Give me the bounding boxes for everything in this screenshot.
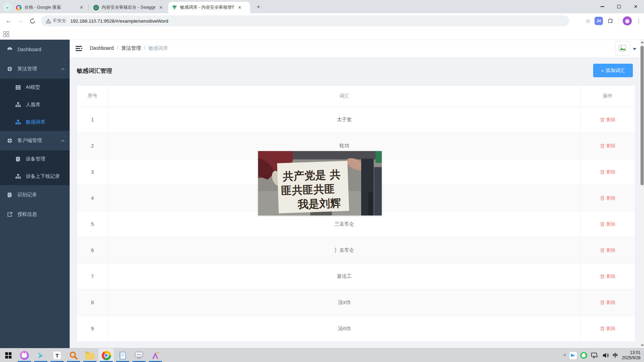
jh-extension-icon[interactable]: JH: [595, 17, 603, 25]
extensions-puzzle-icon[interactable]: [607, 17, 614, 25]
delete-button[interactable]: 删除: [600, 299, 615, 306]
taskbar-app-cat[interactable]: [17, 348, 32, 362]
security-label: 不安全: [53, 18, 66, 24]
scroll-down-arrow[interactable]: [640, 343, 644, 348]
delete-button[interactable]: 删除: [600, 221, 615, 227]
browser-tab-2[interactable]: 内容安全审核后台 - Swagger U ✕: [90, 2, 167, 13]
sidebar-item-license[interactable]: 授权信息: [0, 205, 70, 224]
taskbar-app-explorer[interactable]: [82, 348, 98, 362]
delete-button[interactable]: 删除: [600, 273, 615, 280]
sidebar-item-dashboard[interactable]: Dashboard: [0, 40, 70, 59]
chevron-up-icon: [61, 68, 65, 70]
page-scrollbar[interactable]: [640, 40, 644, 348]
user-avatar-broken-image[interactable]: [615, 41, 630, 56]
minimize-button[interactable]: [594, 0, 611, 13]
taskbar-app-chrome-active[interactable]: [99, 348, 114, 362]
sidebar-label: 敏感词库: [26, 119, 45, 125]
row-actions: 删除: [581, 211, 635, 237]
tab-close-icon[interactable]: ✕: [158, 5, 164, 10]
sidebar-label: 算法管理: [17, 66, 37, 72]
profile-avatar[interactable]: [623, 16, 632, 25]
sidebar-toggle-icon[interactable]: [75, 45, 83, 52]
address-bar[interactable]: 不安全 192.168.110.71:9528/#/example/sensit…: [41, 15, 569, 26]
browser-tab-3-active[interactable]: 敏感词库 - 内容安全审核管理系 ✕: [168, 2, 250, 13]
taskbar-app-search[interactable]: [66, 348, 81, 362]
delete-button[interactable]: 删除: [600, 117, 615, 123]
delete-button[interactable]: 删除: [600, 325, 615, 332]
taskbar-app-t[interactable]: T: [49, 348, 65, 362]
sidebar-item-face-lib[interactable]: 人脸库: [0, 96, 70, 113]
taskbar-clock[interactable]: 13:01 2025/9/28: [620, 350, 644, 361]
tab-divider: [88, 4, 89, 10]
tab-close-icon[interactable]: ✕: [237, 5, 242, 10]
tab-search-button[interactable]: ⌄: [3, 2, 12, 11]
sidebar-item-device-mgmt[interactable]: 设备管理: [0, 150, 70, 168]
browser-tab-1[interactable]: 台独 - Google 搜索 ✕: [13, 2, 88, 13]
ime-indicator[interactable]: 中: [611, 348, 620, 362]
apps-grid-icon[interactable]: [3, 31, 9, 37]
breadcrumb-dashboard[interactable]: Dashboard: [90, 45, 114, 52]
bookmark-star-icon[interactable]: ☆: [585, 18, 590, 24]
row-index: 5: [77, 211, 108, 237]
telegram-tray-icon[interactable]: [568, 348, 579, 362]
back-button[interactable]: ←: [3, 16, 14, 26]
sidebar-item-sensitive-lib-active[interactable]: 敏感词库: [0, 113, 70, 131]
tab-close-icon[interactable]: ✕: [79, 5, 84, 10]
taskbar-app-snip[interactable]: [131, 348, 147, 362]
table-row: 9 法o功 删除: [77, 315, 635, 341]
add-word-button[interactable]: + 添加词汇: [593, 64, 633, 77]
windows-taskbar: T ^ 中: [0, 348, 644, 362]
row-actions: 删除: [581, 133, 635, 159]
tree-icon: [15, 119, 21, 125]
trash-icon: [600, 326, 605, 331]
tray-expand-chevron[interactable]: ^: [562, 348, 568, 362]
forward-button[interactable]: →: [15, 16, 26, 26]
sidebar-item-recognition[interactable]: 识别记录: [0, 185, 70, 205]
row-word: 法x功: [108, 290, 581, 315]
sidebar-item-algorithm[interactable]: 算法管理: [0, 59, 70, 79]
wechat-tray-icon[interactable]: [579, 348, 589, 362]
volume-tray-icon[interactable]: [600, 348, 611, 362]
breadcrumb-separator: /: [117, 45, 118, 52]
system-tray: ^ 中 13:01 2025/9/28: [562, 348, 644, 362]
snip-app-icon: [134, 351, 143, 360]
security-chip[interactable]: 不安全: [41, 18, 70, 24]
sidebar-label: AI模型: [26, 84, 40, 90]
chevron-up-icon: [61, 140, 65, 142]
sidebar: Dashboard 算法管理 AI模型 人脸库 敏感词库 客户端管理 设备管理 …: [0, 40, 70, 348]
delete-button[interactable]: 删除: [600, 143, 615, 149]
refresh-button[interactable]: [27, 16, 38, 26]
trash-icon: [600, 222, 605, 227]
close-button[interactable]: ✕: [627, 0, 644, 13]
delete-button[interactable]: 删除: [600, 247, 615, 253]
network-tray-icon[interactable]: [589, 348, 600, 362]
avatar-dropdown-caret[interactable]: [633, 48, 636, 50]
chrome-menu-icon[interactable]: ⋮: [636, 18, 641, 24]
arrow-app-icon: [37, 351, 45, 360]
taskbar-app-arrow[interactable]: [33, 348, 48, 362]
row-word: 氵去车仑: [108, 237, 581, 263]
bookmarks-bar: [0, 29, 644, 40]
row-index: 2: [77, 133, 108, 159]
sidebar-item-device-log[interactable]: 设备上下线记录: [0, 168, 70, 185]
scroll-up-arrow[interactable]: [640, 40, 644, 45]
new-tab-button[interactable]: +: [254, 3, 263, 11]
taskbar-app-notepad[interactable]: [115, 348, 130, 362]
table-row: 1 太子党 删除: [77, 107, 635, 133]
taskbar-app-ai[interactable]: [148, 348, 163, 362]
start-button[interactable]: [1, 348, 16, 362]
clock-time: 13:01: [622, 350, 641, 355]
delete-label: 删除: [606, 143, 615, 149]
delete-button[interactable]: 删除: [600, 169, 615, 175]
component-icon: [7, 66, 13, 72]
sidebar-item-client[interactable]: 客户端管理: [0, 131, 70, 150]
sidebar-item-ai-model[interactable]: AI模型: [0, 79, 70, 96]
cat-app-icon: [20, 351, 29, 360]
breadcrumb-separator: /: [144, 45, 145, 52]
form-icon: [7, 192, 13, 198]
delete-button[interactable]: 删除: [600, 195, 615, 201]
protest-sign-photo: 共产党是 共 匪共匪共匪 我是刘辉: [258, 151, 382, 215]
maximize-button[interactable]: [611, 0, 627, 13]
scrollbar-thumb[interactable]: [641, 46, 644, 185]
breadcrumb-algorithm[interactable]: 算法管理: [121, 45, 141, 52]
